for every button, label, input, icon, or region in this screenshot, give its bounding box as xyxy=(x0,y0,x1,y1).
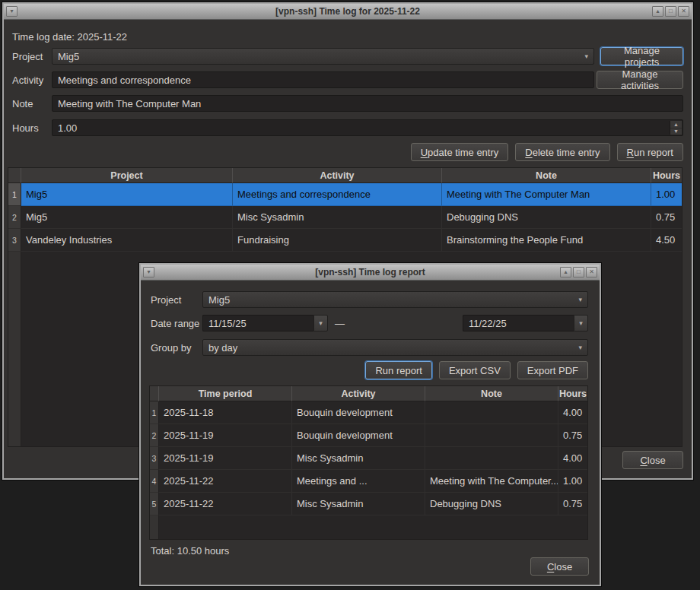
row-number: 3 xyxy=(8,229,21,252)
cell-activity: Bouquin development xyxy=(292,401,425,424)
cell-project: Mig5 xyxy=(21,183,233,206)
table-header: Time period Activity Note Hours xyxy=(150,386,587,401)
hours-label: Hours xyxy=(12,122,39,134)
cell-hours: 4.00 xyxy=(558,401,587,424)
group-by-label: Group by xyxy=(151,342,191,354)
note-input[interactable]: Meeting with The Computer Man xyxy=(52,95,683,112)
project-combo-value: Mig5 xyxy=(58,51,79,62)
cell-period: 2025-11-19 xyxy=(159,424,292,447)
table-row[interactable]: 52025-11-22Misc SysadminDebugging DNS0.7… xyxy=(150,493,587,515)
maximize-icon[interactable]: □ xyxy=(665,6,676,17)
project-label: Project xyxy=(12,51,43,62)
export-pdf-button[interactable]: Export PDF xyxy=(517,361,588,379)
row-number: 2 xyxy=(150,424,159,447)
cell-project: Mig5 xyxy=(21,206,233,229)
total-hours-label: Total: 10.50 hours xyxy=(151,545,229,557)
date-start-value[interactable]: 11/15/25 xyxy=(202,315,313,331)
note-input-value: Meeting with The Computer Man xyxy=(58,98,201,109)
window-menu-icon[interactable]: ▾ xyxy=(143,267,154,278)
row-number: 3 xyxy=(150,447,159,470)
table-row[interactable]: 32025-11-19Misc Sysadmin4.00 xyxy=(150,447,587,470)
gutter-header xyxy=(150,386,159,401)
date-range-label: Date range xyxy=(151,318,199,329)
cell-hours: 4.00 xyxy=(558,447,587,470)
gutter-header xyxy=(8,168,21,183)
hours-spinbox[interactable]: 1.00 ▲ ▼ xyxy=(52,119,683,136)
table-row[interactable]: 22025-11-19Bouquin development0.75 xyxy=(150,424,587,447)
report-project-combo-value: Mig5 xyxy=(208,294,230,306)
dialog-run-report-button[interactable]: Run report xyxy=(365,361,431,379)
column-header-hours[interactable]: Hours xyxy=(651,168,682,183)
shade-icon[interactable]: ▴ xyxy=(560,267,571,278)
column-header-activity[interactable]: Activity xyxy=(292,386,425,401)
main-titlebar[interactable]: ▾ [vpn-ssh] Time log for 2025-11-22 ▴ □ … xyxy=(4,4,692,20)
cell-period: 2025-11-22 xyxy=(159,470,292,493)
column-header-project[interactable]: Project xyxy=(21,168,233,183)
table-row[interactable]: 42025-11-22Meetings and ...Meeting with … xyxy=(150,470,587,493)
spin-up-icon[interactable]: ▲ xyxy=(670,121,682,128)
cell-activity: Misc Sysadmin xyxy=(292,447,425,470)
cell-hours: 0.75 xyxy=(558,424,587,447)
close-icon[interactable]: ✕ xyxy=(586,267,597,278)
table-empty-area xyxy=(150,515,587,539)
report-dialog: ▾ [vpn-ssh] Time log report ▴ □ ✕ Projec… xyxy=(139,263,601,586)
cell-activity: Meetings and ... xyxy=(292,470,425,493)
cell-activity: Meetings and correspondence xyxy=(233,183,442,206)
maximize-icon[interactable]: □ xyxy=(573,267,584,278)
dialog-close-button[interactable]: Close xyxy=(530,557,589,576)
main-window-title: [vpn-ssh] Time log for 2025-11-22 xyxy=(4,6,692,17)
delete-time-entry-button[interactable]: Delete time entry xyxy=(515,143,609,161)
cell-period: 2025-11-22 xyxy=(159,493,292,515)
column-header-time-period[interactable]: Time period xyxy=(159,386,292,401)
chevron-down-icon[interactable]: ▾ xyxy=(313,315,328,331)
manage-activities-button[interactable]: Manage activities xyxy=(597,71,683,89)
cell-note xyxy=(425,401,558,424)
manage-projects-button[interactable]: Manage projects xyxy=(600,47,683,65)
cell-hours: 1.00 xyxy=(651,183,682,206)
cell-note: Debugging DNS xyxy=(425,493,558,515)
spin-down-icon[interactable]: ▼ xyxy=(670,128,682,135)
date-start-picker[interactable]: 11/15/25 ▾ xyxy=(202,315,328,331)
table-row[interactable]: 1Mig5Meetings and correspondenceMeeting … xyxy=(8,183,682,206)
run-report-button[interactable]: Run report xyxy=(617,143,683,161)
cell-hours: 0.75 xyxy=(558,493,587,515)
table-row[interactable]: 2Mig5Misc SysadminDebugging DNS0.75 xyxy=(8,206,682,229)
hours-spinbox-value: 1.00 xyxy=(58,122,77,134)
main-close-button[interactable]: Close xyxy=(622,451,683,469)
report-table: Time period Activity Note Hours 12025-11… xyxy=(149,385,588,540)
row-number: 1 xyxy=(8,183,21,206)
window-menu-icon[interactable]: ▾ xyxy=(6,6,18,17)
table-row[interactable]: 12025-11-18Bouquin development4.00 xyxy=(150,401,587,424)
column-header-hours[interactable]: Hours xyxy=(558,386,587,401)
cell-hours: 0.75 xyxy=(651,206,682,229)
cell-activity: Misc Sysadmin xyxy=(292,493,425,515)
column-header-note[interactable]: Note xyxy=(425,386,558,401)
activity-label: Activity xyxy=(12,75,43,86)
date-end-picker[interactable]: 11/22/25 ▾ xyxy=(463,315,588,331)
row-number: 4 xyxy=(150,470,159,493)
table-row[interactable]: 3Vandeley IndustriesFundraisingBrainstor… xyxy=(8,229,682,252)
date-end-value[interactable]: 11/22/25 xyxy=(463,315,574,331)
export-csv-button[interactable]: Export CSV xyxy=(439,361,511,379)
cell-hours: 4.50 xyxy=(651,229,682,252)
column-header-note[interactable]: Note xyxy=(442,168,651,183)
cell-project: Vandeley Industries xyxy=(21,229,233,252)
cell-period: 2025-11-18 xyxy=(159,401,292,424)
update-time-entry-button[interactable]: Update time entry xyxy=(411,143,509,161)
cell-note xyxy=(425,447,558,470)
column-header-activity[interactable]: Activity xyxy=(233,168,442,183)
project-combo[interactable]: Mig5 ▾ xyxy=(52,48,594,65)
chevron-down-icon: ▾ xyxy=(578,344,582,351)
report-project-combo[interactable]: Mig5 ▾ xyxy=(202,291,588,308)
shade-icon[interactable]: ▴ xyxy=(652,6,663,17)
cell-activity: Fundraising xyxy=(233,229,442,252)
cell-note: Brainstorming the People Fund xyxy=(442,229,651,252)
cell-hours: 1.00 xyxy=(558,470,587,493)
dialog-titlebar[interactable]: ▾ [vpn-ssh] Time log report ▴ □ ✕ xyxy=(141,265,600,281)
dialog-title: [vpn-ssh] Time log report xyxy=(141,267,600,278)
activity-input[interactable]: Meetings and correspondence xyxy=(52,71,594,88)
group-by-combo[interactable]: by day ▾ xyxy=(202,339,588,356)
close-icon[interactable]: ✕ xyxy=(678,6,689,17)
cell-activity: Bouquin development xyxy=(292,424,425,447)
chevron-down-icon[interactable]: ▾ xyxy=(574,315,588,331)
